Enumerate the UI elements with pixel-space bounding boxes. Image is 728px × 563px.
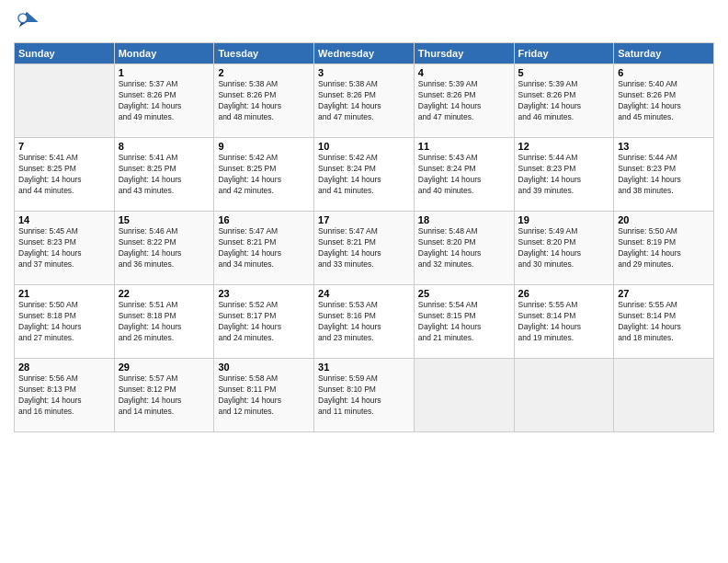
- cell-date: 22: [119, 288, 210, 299]
- cell-date: 6: [618, 67, 710, 78]
- cell-info: Sunrise: 5:37 AMSunset: 8:26 PMDaylight:…: [119, 79, 210, 123]
- calendar-cell: 26Sunrise: 5:55 AMSunset: 8:14 PMDayligh…: [514, 285, 614, 359]
- page-header: [14, 9, 714, 35]
- svg-marker-0: [27, 12, 39, 22]
- cell-date: 28: [18, 362, 110, 373]
- cell-info: Sunrise: 5:39 AMSunset: 8:26 PMDaylight:…: [418, 79, 510, 123]
- cell-date: 23: [218, 288, 310, 299]
- calendar-cell: 20Sunrise: 5:50 AMSunset: 8:19 PMDayligh…: [614, 212, 714, 285]
- cell-date: 16: [218, 214, 310, 225]
- calendar-cell: 21Sunrise: 5:50 AMSunset: 8:18 PMDayligh…: [15, 285, 115, 359]
- cell-info: Sunrise: 5:55 AMSunset: 8:14 PMDaylight:…: [618, 300, 710, 344]
- cell-date: 12: [518, 141, 610, 152]
- calendar-cell: 10Sunrise: 5:42 AMSunset: 8:24 PMDayligh…: [314, 138, 415, 212]
- calendar-cell: 31Sunrise: 5:59 AMSunset: 8:10 PMDayligh…: [314, 359, 415, 432]
- calendar-cell: 19Sunrise: 5:49 AMSunset: 8:20 PMDayligh…: [514, 212, 614, 285]
- calendar-cell: 15Sunrise: 5:46 AMSunset: 8:22 PMDayligh…: [114, 212, 214, 285]
- cell-info: Sunrise: 5:52 AMSunset: 8:17 PMDaylight:…: [218, 300, 310, 344]
- cell-info: Sunrise: 5:54 AMSunset: 8:15 PMDaylight:…: [418, 300, 510, 344]
- cell-info: Sunrise: 5:44 AMSunset: 8:23 PMDaylight:…: [618, 153, 710, 197]
- cell-info: Sunrise: 5:46 AMSunset: 8:22 PMDaylight:…: [119, 226, 210, 270]
- header-cell-sunday: Sunday: [15, 43, 115, 64]
- cell-date: 20: [618, 214, 710, 225]
- calendar-cell: 11Sunrise: 5:43 AMSunset: 8:24 PMDayligh…: [414, 138, 514, 212]
- week-row-5: 28Sunrise: 5:56 AMSunset: 8:13 PMDayligh…: [15, 359, 714, 432]
- cell-info: Sunrise: 5:48 AMSunset: 8:20 PMDaylight:…: [418, 226, 510, 270]
- cell-info: Sunrise: 5:43 AMSunset: 8:24 PMDaylight:…: [418, 153, 510, 197]
- cell-date: 29: [119, 362, 210, 373]
- cell-info: Sunrise: 5:42 AMSunset: 8:24 PMDaylight:…: [318, 153, 410, 197]
- calendar-cell: [414, 359, 514, 432]
- cell-date: 14: [18, 214, 110, 225]
- cell-date: 5: [518, 67, 610, 78]
- cell-info: Sunrise: 5:41 AMSunset: 8:25 PMDaylight:…: [18, 153, 110, 197]
- calendar-cell: 29Sunrise: 5:57 AMSunset: 8:12 PMDayligh…: [114, 359, 214, 432]
- cell-info: Sunrise: 5:41 AMSunset: 8:25 PMDaylight:…: [119, 153, 210, 197]
- calendar-cell: [514, 359, 614, 432]
- logo: [14, 9, 43, 35]
- calendar-cell: [15, 64, 115, 138]
- cell-date: 13: [618, 141, 710, 152]
- cell-info: Sunrise: 5:47 AMSunset: 8:21 PMDaylight:…: [318, 226, 410, 270]
- calendar-cell: 13Sunrise: 5:44 AMSunset: 8:23 PMDayligh…: [614, 138, 714, 212]
- calendar-cell: 16Sunrise: 5:47 AMSunset: 8:21 PMDayligh…: [214, 212, 314, 285]
- cell-info: Sunrise: 5:56 AMSunset: 8:13 PMDaylight:…: [18, 373, 110, 418]
- cell-info: Sunrise: 5:38 AMSunset: 8:26 PMDaylight:…: [218, 79, 310, 123]
- cell-date: 15: [119, 214, 210, 225]
- calendar-cell: 23Sunrise: 5:52 AMSunset: 8:17 PMDayligh…: [214, 285, 314, 359]
- header-cell-monday: Monday: [114, 43, 214, 64]
- calendar-cell: 7Sunrise: 5:41 AMSunset: 8:25 PMDaylight…: [15, 138, 115, 212]
- calendar-cell: 17Sunrise: 5:47 AMSunset: 8:21 PMDayligh…: [314, 212, 415, 285]
- cell-date: 25: [418, 288, 510, 299]
- cell-date: 2: [218, 67, 310, 78]
- calendar-cell: 14Sunrise: 5:45 AMSunset: 8:23 PMDayligh…: [15, 212, 115, 285]
- svg-point-2: [18, 14, 28, 23]
- calendar-cell: 28Sunrise: 5:56 AMSunset: 8:13 PMDayligh…: [15, 359, 115, 432]
- week-row-1: 1Sunrise: 5:37 AMSunset: 8:26 PMDaylight…: [15, 64, 714, 138]
- cell-date: 24: [318, 288, 410, 299]
- calendar-cell: 24Sunrise: 5:53 AMSunset: 8:16 PMDayligh…: [314, 285, 415, 359]
- cell-info: Sunrise: 5:49 AMSunset: 8:20 PMDaylight:…: [518, 226, 610, 270]
- calendar-cell: 30Sunrise: 5:58 AMSunset: 8:11 PMDayligh…: [214, 359, 314, 432]
- cell-info: Sunrise: 5:59 AMSunset: 8:10 PMDaylight:…: [318, 373, 410, 418]
- calendar-cell: 12Sunrise: 5:44 AMSunset: 8:23 PMDayligh…: [514, 138, 614, 212]
- calendar-cell: 3Sunrise: 5:38 AMSunset: 8:26 PMDaylight…: [314, 64, 415, 138]
- calendar-body: 1Sunrise: 5:37 AMSunset: 8:26 PMDaylight…: [15, 64, 714, 432]
- cell-info: Sunrise: 5:53 AMSunset: 8:16 PMDaylight:…: [318, 300, 410, 344]
- calendar-cell: 4Sunrise: 5:39 AMSunset: 8:26 PMDaylight…: [414, 64, 514, 138]
- cell-info: Sunrise: 5:50 AMSunset: 8:19 PMDaylight:…: [618, 226, 710, 270]
- calendar-header-row: SundayMondayTuesdayWednesdayThursdayFrid…: [15, 43, 714, 64]
- cell-info: Sunrise: 5:50 AMSunset: 8:18 PMDaylight:…: [18, 300, 110, 344]
- week-row-4: 21Sunrise: 5:50 AMSunset: 8:18 PMDayligh…: [15, 285, 714, 359]
- header-cell-wednesday: Wednesday: [314, 43, 415, 64]
- cell-date: 8: [119, 141, 210, 152]
- cell-info: Sunrise: 5:58 AMSunset: 8:11 PMDaylight:…: [218, 373, 310, 418]
- cell-date: 1: [119, 67, 210, 78]
- header-cell-thursday: Thursday: [414, 43, 514, 64]
- cell-info: Sunrise: 5:40 AMSunset: 8:26 PMDaylight:…: [618, 79, 710, 123]
- logo-icon: [14, 9, 40, 35]
- cell-date: 10: [318, 141, 410, 152]
- cell-info: Sunrise: 5:57 AMSunset: 8:12 PMDaylight:…: [119, 373, 210, 418]
- calendar-cell: 22Sunrise: 5:51 AMSunset: 8:18 PMDayligh…: [114, 285, 214, 359]
- cell-info: Sunrise: 5:47 AMSunset: 8:21 PMDaylight:…: [218, 226, 310, 270]
- calendar-cell: 25Sunrise: 5:54 AMSunset: 8:15 PMDayligh…: [414, 285, 514, 359]
- cell-info: Sunrise: 5:55 AMSunset: 8:14 PMDaylight:…: [518, 300, 610, 344]
- cell-info: Sunrise: 5:42 AMSunset: 8:25 PMDaylight:…: [218, 153, 310, 197]
- cell-date: 27: [618, 288, 710, 299]
- cell-date: 3: [318, 67, 410, 78]
- week-row-2: 7Sunrise: 5:41 AMSunset: 8:25 PMDaylight…: [15, 138, 714, 212]
- cell-date: 4: [418, 67, 510, 78]
- header-cell-friday: Friday: [514, 43, 614, 64]
- cell-date: 11: [418, 141, 510, 152]
- week-row-3: 14Sunrise: 5:45 AMSunset: 8:23 PMDayligh…: [15, 212, 714, 285]
- cell-date: 17: [318, 214, 410, 225]
- cell-date: 21: [18, 288, 110, 299]
- cell-date: 31: [318, 362, 410, 373]
- cell-date: 19: [518, 214, 610, 225]
- cell-info: Sunrise: 5:45 AMSunset: 8:23 PMDaylight:…: [18, 226, 110, 270]
- calendar-cell: 5Sunrise: 5:39 AMSunset: 8:26 PMDaylight…: [514, 64, 614, 138]
- calendar-cell: 8Sunrise: 5:41 AMSunset: 8:25 PMDaylight…: [114, 138, 214, 212]
- cell-info: Sunrise: 5:38 AMSunset: 8:26 PMDaylight:…: [318, 79, 410, 123]
- cell-date: 9: [218, 141, 310, 152]
